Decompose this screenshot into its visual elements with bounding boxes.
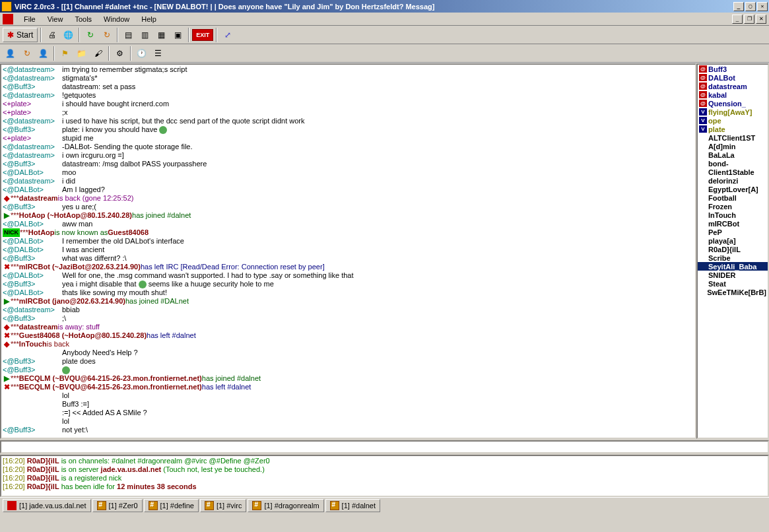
menu-file[interactable]: File bbox=[18, 14, 41, 24]
nick-item[interactable]: EgyptLover[A] bbox=[698, 185, 768, 193]
nick-item[interactable]: Vplate bbox=[698, 125, 768, 133]
voice-badge-icon: V bbox=[699, 117, 707, 124]
gear-icon: ⚙ bbox=[116, 49, 123, 58]
nick-item[interactable]: SeyitAli_Baba bbox=[698, 262, 768, 271]
chat-line: :=] << Added AS A SMile ? bbox=[3, 409, 694, 417]
cycle-button[interactable]: ↻ bbox=[19, 46, 34, 61]
tab--1---virc[interactable]: [1] #virc bbox=[200, 499, 247, 512]
globe-button[interactable]: 🌐 bbox=[61, 28, 76, 42]
chat-line: lol bbox=[3, 417, 694, 426]
chat-line: <@DALBot>I was ancient bbox=[3, 246, 694, 254]
start-icon: ✱ bbox=[7, 30, 14, 40]
user-blue-button[interactable]: 👤 bbox=[36, 46, 51, 61]
away-icon: ◆ bbox=[3, 323, 11, 331]
chat-line: <@Buff3>datastream: /msg dalbot PASS you… bbox=[3, 160, 694, 168]
mdi-close-button[interactable]: ✕ bbox=[756, 15, 766, 24]
nick-item[interactable]: PeP bbox=[698, 228, 768, 236]
channel-icon bbox=[97, 501, 106, 510]
maximize-button[interactable]: ▢ bbox=[745, 2, 756, 11]
chat-line: ◆ *** InTouch is back bbox=[3, 340, 694, 349]
menu-window[interactable]: Window bbox=[98, 14, 135, 24]
refresh-orange-button[interactable]: ↻ bbox=[99, 28, 114, 42]
title-bar: ViRC 2.0rc3 - [[1] Channel #dalnet +tnc … bbox=[0, 0, 769, 13]
exit-button[interactable]: EXIT bbox=[192, 29, 213, 41]
nick-item[interactable]: delorinzi bbox=[698, 176, 768, 185]
nickchange-icon: NICK bbox=[3, 228, 20, 237]
main-toolbar: ✱Start 🖨 🌐 ↻ ↻ ▤ ▥ ▦ ▣ EXIT ⤢ bbox=[0, 26, 769, 44]
tab--1---define[interactable]: [1] #define bbox=[144, 499, 199, 512]
nick-item[interactable]: playa[a] bbox=[698, 236, 768, 245]
nick-item[interactable]: InTouch bbox=[698, 211, 768, 219]
mdi-minimize-button[interactable]: _ bbox=[732, 15, 743, 24]
chat-line: <@datastream>stigmata's* bbox=[3, 74, 694, 83]
nick-item[interactable]: SwEeTMiKe[BrB] bbox=[698, 288, 768, 296]
close-button[interactable]: ✕ bbox=[757, 2, 768, 11]
printer-icon: 🖨 bbox=[48, 30, 56, 40]
menu-view[interactable]: View bbox=[42, 14, 69, 24]
nick-item[interactable]: BaLaLa bbox=[698, 150, 768, 159]
user-icon: 👤 bbox=[5, 49, 15, 58]
user-red-button[interactable]: 👤 bbox=[3, 46, 18, 61]
menu-tools[interactable]: Tools bbox=[69, 14, 97, 24]
smile-icon bbox=[159, 126, 167, 134]
status-log[interactable]: [16:20] R0aD]{ilL is on channels: #dalne… bbox=[0, 455, 769, 497]
nick-item[interactable]: @datastream bbox=[698, 82, 768, 90]
globe-icon: 🌐 bbox=[63, 30, 73, 40]
tile-v-button[interactable]: ▥ bbox=[137, 28, 152, 42]
nick-item[interactable]: mIRCBot bbox=[698, 219, 768, 228]
chat-line: ▶ *** BECQLM (~BVQU@64-215-26-23.mon.fro… bbox=[3, 374, 694, 383]
refresh-icon: ↻ bbox=[104, 30, 110, 40]
tab--1---zer0[interactable]: [1] #Zer0 bbox=[92, 499, 143, 512]
nick-item[interactable]: A[d]min bbox=[698, 142, 768, 150]
list-button[interactable]: ☰ bbox=[150, 46, 166, 61]
nick-item[interactable]: @DALBot bbox=[698, 73, 768, 82]
window-button[interactable]: ▣ bbox=[170, 28, 185, 42]
clock-icon: 🕐 bbox=[137, 49, 147, 58]
smile-icon bbox=[62, 366, 70, 374]
nick-item[interactable]: Frozen bbox=[698, 202, 768, 211]
folder-button[interactable]: 📁 bbox=[74, 46, 89, 61]
chat-line: <@Buff3>plate does bbox=[3, 357, 694, 366]
nick-item[interactable]: R0aD]{ilL bbox=[698, 245, 768, 253]
refresh-green-button[interactable]: ↻ bbox=[83, 28, 98, 42]
smile-icon bbox=[139, 281, 147, 288]
tile-h-button[interactable]: ▤ bbox=[121, 28, 136, 42]
expand-button[interactable]: ⤢ bbox=[220, 28, 235, 42]
nick-item[interactable]: Vflying[AwaY] bbox=[698, 108, 768, 116]
nick-item[interactable]: bond- bbox=[698, 159, 768, 168]
cascade-button[interactable]: ▦ bbox=[154, 28, 169, 42]
start-button[interactable]: ✱Start bbox=[3, 28, 38, 42]
tab-label: [1] #dragonrealm bbox=[264, 502, 319, 510]
print-button[interactable]: 🖨 bbox=[44, 28, 59, 42]
nick-item[interactable]: Steat bbox=[698, 279, 768, 288]
nick-list[interactable]: @Buff3@DALBot@datastream@kabal@Quension_… bbox=[696, 63, 769, 439]
nick-item[interactable]: @kabal bbox=[698, 90, 768, 99]
nick-item[interactable]: Vope bbox=[698, 116, 768, 125]
channel-icon bbox=[252, 501, 261, 510]
nick-item[interactable]: SNIDER bbox=[698, 271, 768, 279]
nick-item[interactable]: ALTClient1ST bbox=[698, 133, 768, 142]
nick-item[interactable]: @Quension_ bbox=[698, 99, 768, 108]
nick-item[interactable]: Client1Stable bbox=[698, 168, 768, 176]
chat-line: <@Buff3>not yet:\ bbox=[3, 426, 694, 434]
nick-item[interactable]: @Buff3 bbox=[698, 65, 768, 73]
flag-button[interactable]: ⚑ bbox=[57, 46, 73, 61]
brush-button[interactable]: 🖌 bbox=[90, 46, 106, 61]
chat-log[interactable]: <@datastream>im trying to remember stigm… bbox=[0, 63, 696, 439]
nick-item[interactable]: Football bbox=[698, 193, 768, 202]
minimize-button[interactable]: _ bbox=[733, 2, 744, 11]
tab--1---dalnet[interactable]: [1] #dalnet bbox=[325, 499, 380, 512]
mdi-restore-button[interactable]: ❐ bbox=[744, 15, 754, 24]
tab--1--jade-va-us-dal-net[interactable]: [1] jade.va.us.dal.net bbox=[3, 499, 91, 512]
nick-item[interactable]: Scribe bbox=[698, 253, 768, 262]
menu-help[interactable]: Help bbox=[136, 14, 162, 24]
settings-button[interactable]: ⚙ bbox=[112, 46, 127, 61]
tile-vertical-icon: ▥ bbox=[141, 30, 149, 40]
clock-button[interactable]: 🕐 bbox=[134, 46, 149, 61]
chat-line: lol bbox=[3, 391, 694, 400]
chat-line: NICK *** HotAop is now known as Guest840… bbox=[3, 228, 694, 237]
chat-line: <@DALBot>Well for one, the .msg command … bbox=[3, 271, 694, 280]
tab--1---dragonrealm[interactable]: [1] #dragonrealm bbox=[248, 499, 323, 512]
chat-line: <@datastream>i own ircguru.org =] bbox=[3, 151, 694, 160]
message-input[interactable] bbox=[1, 442, 768, 452]
